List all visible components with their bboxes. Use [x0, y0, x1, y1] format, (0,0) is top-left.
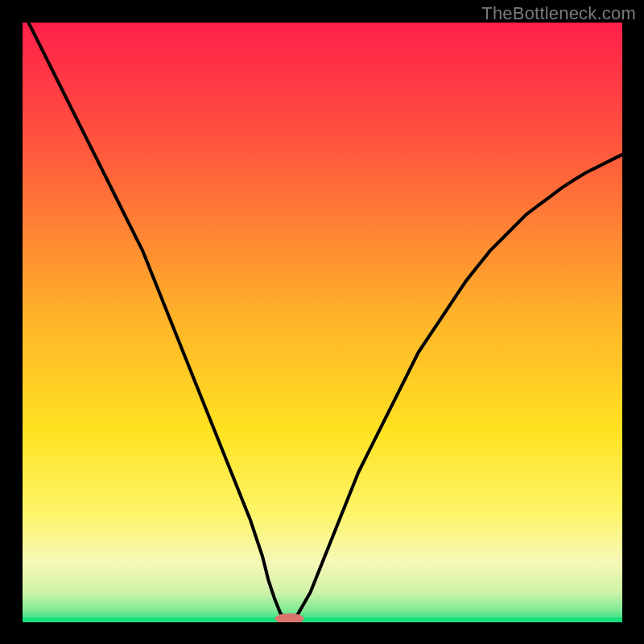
watermark-text: TheBottleneck.com	[481, 3, 636, 24]
chart-container: TheBottleneck.com	[0, 0, 644, 644]
gradient-background	[23, 23, 622, 622]
chart-plot-area	[23, 23, 622, 622]
green-accent-band	[23, 617, 622, 622]
